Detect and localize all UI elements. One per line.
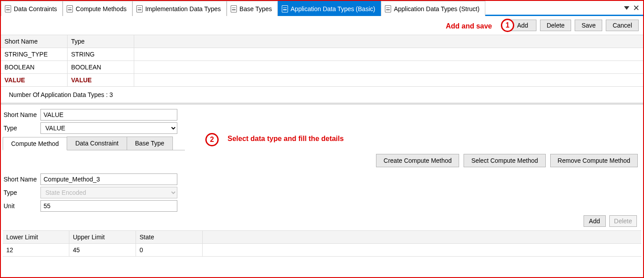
cm-unit-input[interactable]: [40, 200, 177, 212]
tab-label: Application Data Types (Basic): [291, 5, 375, 12]
cm-short-name-label: Short Name: [3, 176, 40, 183]
row-count-label: Number Of Application Data Types : 3: [1, 87, 643, 103]
cm-unit-label: Unit: [3, 202, 40, 210]
tab-label: Application Data Types (Struct): [394, 5, 480, 12]
cell-lower: 12: [3, 244, 69, 256]
cell-upper: 45: [69, 244, 136, 256]
annotation-select-type: Select data type and fill the details: [228, 135, 344, 143]
main-tabstrip: Data Contraints Compute Methods Implemen…: [1, 1, 643, 16]
limits-row[interactable]: 12 45 0: [3, 244, 641, 257]
document-icon: [231, 5, 237, 12]
cell-state: 0: [136, 244, 203, 256]
subtab-data-constraint[interactable]: Data Constraint: [67, 137, 127, 150]
tab-label: Implementation Data Types: [145, 5, 221, 12]
document-icon: [67, 5, 73, 12]
limits-grid-header: Lower Limit Upper Limit State: [3, 230, 641, 244]
table-row[interactable]: STRING_TYPE STRING: [1, 48, 643, 61]
tab-data-constraints[interactable]: Data Contraints: [1, 1, 63, 16]
table-row-selected[interactable]: VALUE VALUE: [1, 74, 643, 87]
tab-label: Base Types: [240, 5, 272, 12]
create-compute-method-button[interactable]: Create Compute Method: [376, 154, 459, 167]
detail-subtabs: Compute Method Data Constraint Base Type: [3, 137, 185, 150]
cell-short-name: STRING_TYPE: [1, 48, 68, 60]
subtab-compute-method[interactable]: Compute Method: [3, 137, 67, 150]
details-form: Short Name Type VALUE Compute Method Dat…: [1, 105, 643, 258]
cell-short-name: VALUE: [1, 74, 68, 86]
close-tab-icon[interactable]: ✕: [633, 4, 640, 12]
tab-implementation-data-types[interactable]: Implementation Data Types: [132, 1, 227, 16]
column-upper-limit[interactable]: Upper Limit: [69, 231, 136, 243]
tab-app-data-types-basic[interactable]: Application Data Types (Basic): [278, 1, 381, 16]
short-name-input[interactable]: [40, 109, 177, 121]
compute-method-toolbar: Create Compute Method Select Compute Met…: [3, 150, 641, 172]
cell-type: BOOLEAN: [68, 61, 134, 73]
cell-short-name: BOOLEAN: [1, 61, 68, 73]
column-short-name[interactable]: Short Name: [1, 35, 68, 48]
overflow-dropdown-icon[interactable]: [624, 6, 629, 10]
delete-button[interactable]: Delete: [540, 20, 571, 31]
type-select[interactable]: VALUE: [40, 122, 177, 134]
cm-type-label: Type: [3, 189, 40, 196]
limits-delete-button[interactable]: Delete: [609, 215, 637, 227]
remove-compute-method-button[interactable]: Remove Compute Method: [550, 154, 638, 167]
tab-app-data-types-struct[interactable]: Application Data Types (Struct): [381, 1, 485, 16]
cm-type-select: State Encoded: [40, 187, 177, 198]
compute-method-form: Short Name Type State Encoded Unit: [3, 173, 641, 212]
top-toolbar: Add and save 1 Add Delete Save Cancel: [1, 16, 643, 35]
types-grid-header: Short Name Type: [1, 35, 643, 48]
annotation-add-save: Add and save: [446, 22, 492, 30]
column-lower-limit[interactable]: Lower Limit: [3, 231, 69, 243]
document-icon: [136, 5, 143, 12]
document-icon: [282, 5, 288, 12]
annotation-circle-2: 2: [205, 133, 219, 146]
short-name-label: Short Name: [3, 111, 40, 118]
table-row[interactable]: BOOLEAN BOOLEAN: [1, 61, 643, 74]
column-spacer: [134, 35, 643, 48]
tab-compute-methods[interactable]: Compute Methods: [63, 1, 132, 16]
cancel-button[interactable]: Cancel: [606, 20, 639, 31]
tab-label: Compute Methods: [76, 5, 126, 12]
subtab-base-type[interactable]: Base Type: [127, 137, 173, 150]
limits-add-button[interactable]: Add: [584, 215, 606, 227]
column-state[interactable]: State: [136, 231, 203, 243]
annotation-circle-1: 1: [501, 19, 514, 32]
column-type[interactable]: Type: [68, 35, 134, 48]
cm-short-name-input[interactable]: [40, 173, 177, 185]
cell-type: STRING: [68, 48, 134, 60]
cell-type: VALUE: [68, 74, 134, 86]
tab-label: Data Contraints: [14, 5, 57, 12]
tab-base-types[interactable]: Base Types: [227, 1, 278, 16]
save-button[interactable]: Save: [575, 20, 602, 31]
document-icon: [385, 5, 391, 12]
document-icon: [5, 5, 11, 12]
type-label: Type: [3, 125, 40, 132]
limits-toolbar: Add Delete: [3, 214, 641, 230]
select-compute-method-button[interactable]: Select Compute Method: [464, 154, 545, 167]
